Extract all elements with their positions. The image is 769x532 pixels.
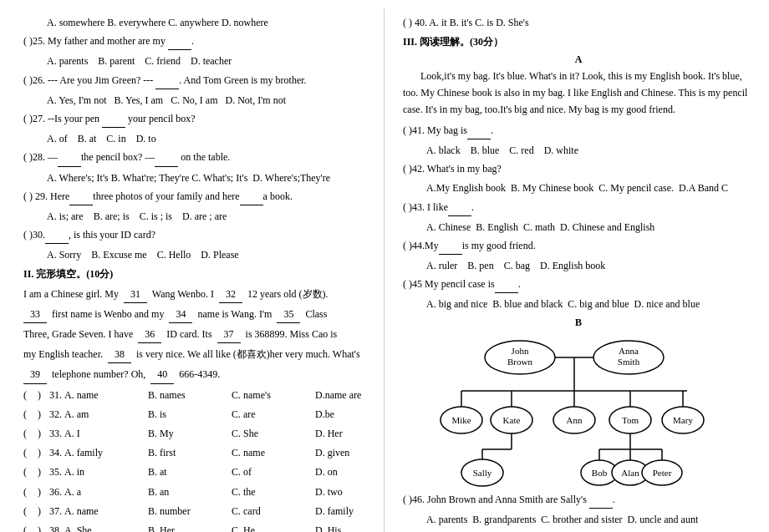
q29-blank2: [240, 189, 263, 205]
svg-text:Kate: Kate: [503, 415, 521, 425]
family-tree-svg: John Brown Anna Smith: [436, 334, 721, 489]
passage5: 39 telephone number? Oh, 40 666-4349.: [23, 367, 369, 383]
svg-text:Brown: Brown: [507, 357, 532, 367]
q46-options: A. parents B. grandparents C. brother an…: [403, 512, 754, 528]
passage-text: Look,it's my bag. It's blue. What's in i…: [403, 68, 754, 118]
q25-options: A. parents B. parent C. friend D. teache…: [23, 53, 369, 69]
q42-options: A.My English book B. My Chinese book C. …: [403, 180, 754, 196]
q46-text: ( )46. John Brown and Anna Smith are Sal…: [403, 492, 754, 509]
left-column: A. somewhere B. everywhere C. anywhere D…: [0, 8, 384, 532]
q31-row: ( ) 31. A. nameB. namesC. name'sD.name a…: [23, 388, 369, 403]
q37-row: ( ) 37. A. nameB. numberC. cardD. family: [23, 504, 369, 519]
q45-options: A. big and nice B. blue and black C. big…: [403, 296, 754, 312]
q43-options: A. Chinese B. English C. math D. Chinese…: [403, 220, 754, 236]
q30-options: A. Sorry B. Excuse me C. Hello D. Please: [23, 247, 369, 263]
q29-blank1: [69, 189, 93, 205]
q44-options: A. ruler B. pen C. bag D. English book: [403, 258, 754, 274]
q25-label: ( )25. My father and mother are my: [23, 35, 168, 47]
q28-text: ( )28. — the pencil box? — on the table.: [23, 149, 369, 166]
q30-blank: [45, 227, 69, 244]
q44-text: ( )44.My is my good friend.: [403, 238, 754, 255]
somewhere-options: A. somewhere B. everywhere C. anywhere D…: [23, 15, 369, 31]
q29-options: A. is; are B. are; is C. is ; is D. are …: [23, 209, 369, 225]
q26-text: ( )26. --- Are you Jim Green? --- . And …: [23, 73, 369, 89]
svg-text:Mike: Mike: [451, 415, 471, 425]
section2-title: II. 完形填空。(10分): [23, 266, 369, 282]
svg-text:Anna: Anna: [619, 346, 639, 356]
svg-text:Sally: Sally: [473, 468, 492, 478]
q42-text: ( )42. What's in my bag?: [403, 161, 754, 177]
q33-row: ( ) 33. A. IB. MyC. SheD. Her: [23, 426, 369, 442]
q32-row: ( ) 32. A. amB. isC. areD.be: [23, 407, 369, 423]
q28-blank1: [58, 149, 81, 166]
q30-text: ( )30. , is this your ID card?: [23, 227, 369, 244]
q28-blank2: [155, 149, 178, 166]
q27-blank: [102, 111, 125, 128]
svg-text:Ann: Ann: [567, 415, 583, 425]
q25-blank: [168, 33, 191, 50]
q40-line: ( ) 40. A. it B. it's C. is D. She's: [403, 15, 754, 31]
svg-text:Tom: Tom: [622, 415, 639, 425]
q43-text: ( )43. I like .: [403, 200, 754, 216]
svg-text:Bob: Bob: [592, 468, 608, 478]
svg-text:Alan: Alan: [621, 468, 639, 478]
passage-a-title: A: [403, 53, 754, 66]
passage1: I am a Chinese girl. My 31 Wang Wenbo. I…: [23, 286, 369, 303]
svg-text:Smith: Smith: [618, 357, 640, 367]
right-column: ( ) 40. A. it B. it's C. is D. She's III…: [384, 8, 769, 532]
svg-text:Peter: Peter: [653, 468, 672, 478]
q26-options: A. Yes, I'm not B. Yes, I am C. No, I am…: [23, 93, 369, 109]
q36-row: ( ) 36. A. aB. anC. theD. two: [23, 484, 369, 500]
passage2: 33 first name is Wenbo and my 34 name is…: [23, 307, 369, 323]
q27-options: A. of B. at C. in D. to: [23, 131, 369, 147]
section-b-title: B: [403, 317, 754, 329]
q25-text: ( )25. My father and mother are my .: [23, 33, 369, 50]
q38-row: ( ) 38. A. SheB. HerC. HeD. His: [23, 523, 369, 532]
section3-title: III. 阅读理解。(30分）: [403, 34, 754, 50]
q41-options: A. black B. blue C. red D. white: [403, 143, 754, 159]
q45-text: ( )45 My pencil case is .: [403, 276, 754, 293]
q28-options: A. Where's; It's B. What're; They're C. …: [23, 170, 369, 186]
q41-text: ( )41. My bag is .: [403, 123, 754, 139]
passage4: my English teacher. 38 is very nice. We …: [23, 347, 369, 363]
q26-blank: [155, 73, 179, 89]
q34-row: ( ) 34. A. familyB. firstC. nameD. given: [23, 445, 369, 461]
svg-text:John: John: [512, 346, 529, 356]
svg-text:Mary: Mary: [673, 415, 693, 425]
q29-text: ( ) 29. Here three photos of your family…: [23, 189, 369, 205]
family-tree-diagram: John Brown Anna Smith: [403, 334, 754, 489]
passage3: Three, Grade Seven. I have 36 ID card. I…: [23, 327, 369, 343]
q27-text: ( )27. --Is your pen your pencil box?: [23, 111, 369, 128]
q35-row: ( ) 35. A. inB. atC. ofD. on: [23, 464, 369, 480]
